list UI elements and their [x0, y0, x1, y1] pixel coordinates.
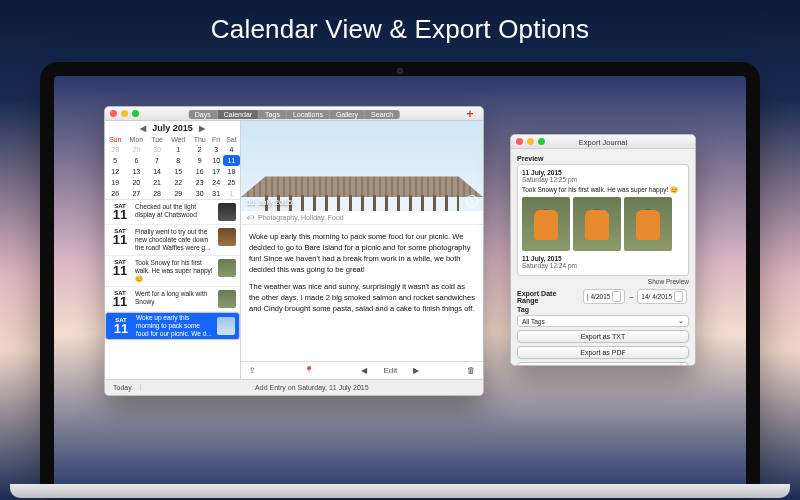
view-tab-locations[interactable]: Locations: [287, 110, 330, 119]
calendar-day[interactable]: 13: [125, 166, 147, 177]
tag-select[interactable]: All Tags ⌄: [517, 315, 689, 327]
preview-time: Saturday 12:25 pm: [522, 176, 577, 183]
minimize-icon[interactable]: [121, 110, 128, 117]
export-pdf-button[interactable]: Export as PDF: [517, 346, 689, 359]
calendar-day[interactable]: 12: [105, 166, 125, 177]
entry-hero-image: 11 July 2015 i: [241, 121, 483, 211]
map-icon[interactable]: 📍: [304, 366, 314, 375]
calendar-day[interactable]: 10: [210, 155, 223, 166]
entry-tags-text: Photography, Holiday, Food: [258, 214, 344, 221]
entry-list-item[interactable]: SAT11Finally went to try out the new cho…: [105, 225, 240, 256]
calendar-day[interactable]: 30: [190, 188, 210, 199]
export-txt-button[interactable]: Export as TXT: [517, 330, 689, 343]
calendar-grid[interactable]: SunMonTueWedThuFriSat 282930123456789101…: [105, 135, 240, 199]
calendar-day[interactable]: 27: [125, 188, 147, 199]
preview-entry-text: Took Snowy for his first walk. He was su…: [522, 186, 684, 194]
entry-date-badge: SAT11: [109, 203, 131, 221]
minimize-icon[interactable]: [527, 138, 534, 145]
view-tab-gallery[interactable]: Gallery: [330, 110, 365, 119]
calendar-day[interactable]: 3: [210, 144, 223, 155]
entry-list-item[interactable]: SAT11Went for a long walk with Snowy: [105, 287, 240, 312]
calendar-day[interactable]: 31: [210, 188, 223, 199]
calendar-day[interactable]: 9: [190, 155, 210, 166]
date-range-label: Export Date Range: [517, 290, 579, 304]
add-entry-label[interactable]: Add Entry on Saturday, 11 July 2015: [141, 384, 483, 391]
entry-snippet: Woke up early this morning to pack some …: [136, 314, 213, 338]
webcam-dot: [397, 68, 403, 74]
calendar-day[interactable]: 5: [105, 155, 125, 166]
entry-date-badge: SAT11: [109, 290, 131, 308]
view-tab-search[interactable]: Search: [365, 110, 399, 119]
prev-entry-button[interactable]: ◀: [361, 366, 367, 375]
entry-list: SAT11Checked out the light display at Ch…: [105, 199, 240, 379]
close-icon[interactable]: [516, 138, 523, 145]
info-icon[interactable]: i: [466, 195, 478, 207]
calendar-day[interactable]: 24: [210, 177, 223, 188]
calendar-day[interactable]: 28: [147, 188, 166, 199]
print-button[interactable]: Print: [517, 362, 689, 366]
view-tab-days[interactable]: Days: [189, 110, 218, 119]
zoom-icon[interactable]: [132, 110, 139, 117]
calendar-day[interactable]: 25: [223, 177, 240, 188]
show-preview-toggle[interactable]: Show Preview: [517, 278, 689, 285]
preview-date: 11 July, 2015: [522, 255, 562, 262]
calendar-day[interactable]: 15: [167, 166, 190, 177]
calendar-day[interactable]: 18: [223, 166, 240, 177]
calendar-day[interactable]: 23: [190, 177, 210, 188]
calendar-day[interactable]: 29: [125, 144, 147, 155]
calendar-day[interactable]: 17: [210, 166, 223, 177]
share-icon[interactable]: ⇪: [249, 366, 256, 375]
calendar-day[interactable]: 4: [223, 144, 240, 155]
entry-thumb: [217, 317, 235, 335]
prev-month-button[interactable]: ◀: [140, 124, 146, 133]
stepper-icon[interactable]: [612, 291, 621, 302]
view-tab-tags[interactable]: Tags: [259, 110, 287, 119]
new-entry-button[interactable]: +: [463, 107, 477, 121]
entry-paragraph: Woke up early this morning to pack some …: [249, 231, 475, 275]
close-icon[interactable]: [110, 110, 117, 117]
entry-tags[interactable]: 🏷 Photography, Holiday, Food: [241, 211, 483, 225]
trash-icon[interactable]: 🗑: [467, 366, 475, 375]
entry-paragraph: The weather was nice and sunny, surprisi…: [249, 281, 475, 314]
today-button[interactable]: Today: [105, 384, 141, 391]
calendar-day[interactable]: 29: [167, 188, 190, 199]
next-entry-button[interactable]: ▶: [413, 366, 419, 375]
calendar-day[interactable]: 19: [105, 177, 125, 188]
chevron-down-icon: ⌄: [678, 317, 684, 325]
next-month-button[interactable]: ▶: [199, 124, 205, 133]
edit-button[interactable]: Edit: [383, 366, 397, 375]
weekday-header: Sat: [223, 135, 240, 144]
calendar-day[interactable]: 6: [125, 155, 147, 166]
calendar-day[interactable]: 11: [223, 155, 240, 166]
calendar-day[interactable]: 28: [105, 144, 125, 155]
date-to-input[interactable]: 14/ 4/2015: [637, 289, 687, 304]
laptop-frame: DaysCalendarTagsLocationsGallerySearch +…: [40, 62, 760, 492]
month-label: July 2015: [152, 123, 193, 133]
zoom-icon[interactable]: [538, 138, 545, 145]
calendar-day[interactable]: 30: [147, 144, 166, 155]
entry-thumb: [218, 203, 236, 221]
tag-filter-label: Tag: [517, 306, 579, 313]
entry-detail: 11 July 2015 i 🏷 Photography, Holiday, F…: [241, 121, 483, 379]
calendar-day[interactable]: 26: [105, 188, 125, 199]
calendar-day[interactable]: 1: [167, 144, 190, 155]
stepper-icon[interactable]: [674, 291, 683, 302]
calendar-day[interactable]: 2: [190, 144, 210, 155]
calendar-day[interactable]: 14: [147, 166, 166, 177]
calendar-day[interactable]: 21: [147, 177, 166, 188]
view-tab-calendar[interactable]: Calendar: [218, 110, 259, 119]
entry-snippet: Finally went to try out the new chocolat…: [135, 228, 214, 252]
entry-list-item[interactable]: SAT11Woke up early this morning to pack …: [105, 312, 240, 340]
date-from-input[interactable]: | 4/2015: [583, 289, 625, 304]
calendar-day[interactable]: 22: [167, 177, 190, 188]
calendar-day[interactable]: 1: [223, 188, 240, 199]
weekday-header: Tue: [147, 135, 166, 144]
entry-list-item[interactable]: SAT11Took Snowy for his first walk. He w…: [105, 256, 240, 287]
calendar-day[interactable]: 7: [147, 155, 166, 166]
entry-date-badge: SAT11: [110, 317, 132, 335]
entry-list-item[interactable]: SAT11Checked out the light display at Ch…: [105, 200, 240, 225]
calendar-day[interactable]: 16: [190, 166, 210, 177]
calendar-day[interactable]: 20: [125, 177, 147, 188]
weekday-header: Sun: [105, 135, 125, 144]
calendar-day[interactable]: 8: [167, 155, 190, 166]
